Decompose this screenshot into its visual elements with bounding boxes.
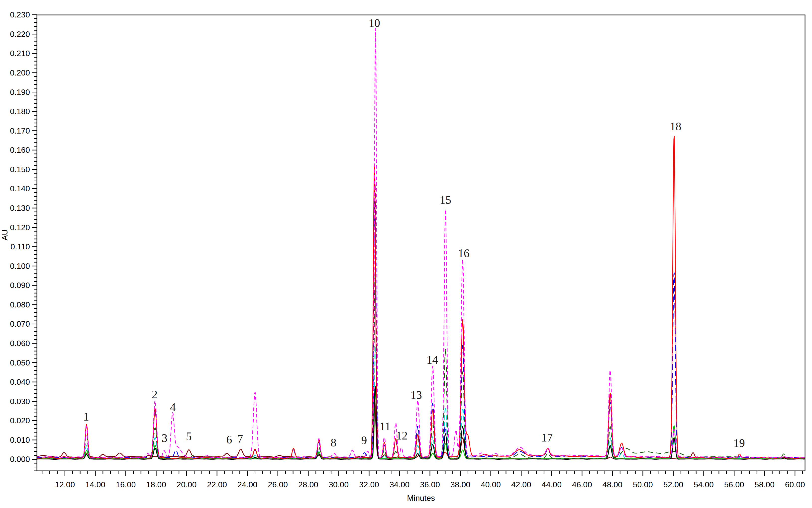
y-tick-label: 0.170 — [10, 126, 30, 135]
y-tick-label: 0.110 — [10, 242, 30, 251]
x-tick-label: 26.00 — [268, 480, 288, 489]
peak-label-10: 10 — [369, 17, 380, 30]
peak-label-5: 5 — [186, 430, 192, 443]
x-tick-label: 48.00 — [603, 480, 622, 489]
y-axis-title: AU — [0, 229, 9, 241]
y-tick-label: 0.210 — [10, 49, 30, 58]
y-tick-label: 0.090 — [10, 281, 30, 290]
y-tick-label: 0.050 — [10, 358, 30, 367]
y-tick-label: 0.030 — [10, 397, 30, 406]
x-tick-label: 46.00 — [572, 480, 592, 489]
peak-number-labels: 12345678910111213141516171819 — [83, 17, 745, 450]
y-tick-label: 0.140 — [10, 184, 30, 193]
y-tick-label: 0.100 — [10, 262, 30, 270]
x-tick-label: 60.00 — [785, 480, 805, 489]
peak-label-14: 14 — [426, 353, 438, 366]
x-tick-label: 56.00 — [724, 480, 744, 489]
x-tick-label: 36.00 — [420, 480, 440, 489]
y-tick-label: 0.000 — [10, 455, 30, 464]
y-tick-label: 0.020 — [10, 416, 30, 425]
peak-label-16: 16 — [458, 247, 469, 260]
axis-ticks: 12.0014.0016.0018.0020.0022.0024.0026.00… — [10, 10, 805, 489]
peak-label-15: 15 — [440, 194, 451, 206]
x-tick-label: 32.00 — [359, 480, 379, 489]
x-tick-label: 50.00 — [633, 480, 653, 489]
peak-label-18: 18 — [670, 120, 681, 133]
x-tick-label: 58.00 — [755, 480, 775, 489]
y-tick-label: 0.010 — [10, 435, 30, 444]
trace-dark-green — [37, 272, 805, 459]
x-tick-label: 24.00 — [237, 480, 257, 489]
peak-label-19: 19 — [733, 437, 745, 450]
peak-label-8: 8 — [331, 436, 337, 449]
peak-label-9: 9 — [361, 434, 367, 447]
y-tick-label: 0.160 — [10, 145, 30, 155]
trace-blue — [37, 177, 805, 458]
peak-label-2: 2 — [152, 388, 158, 401]
y-tick-label: 0.220 — [10, 30, 30, 39]
peak-label-1: 1 — [83, 410, 89, 423]
peak-label-12: 12 — [396, 429, 408, 442]
y-tick-label: 0.070 — [10, 320, 30, 328]
peak-label-13: 13 — [411, 389, 422, 401]
x-axis-title: Minutes — [407, 494, 435, 503]
x-tick-label: 30.00 — [329, 480, 349, 489]
y-tick-label: 0.060 — [10, 339, 30, 348]
trace-red — [37, 136, 805, 458]
y-tick-label: 0.150 — [10, 165, 30, 174]
x-tick-label: 34.00 — [390, 480, 410, 489]
x-tick-label: 54.00 — [694, 480, 714, 489]
y-tick-label: 0.180 — [10, 107, 30, 116]
y-tick-label: 0.120 — [10, 223, 30, 232]
x-tick-label: 14.00 — [85, 480, 105, 489]
x-tick-label: 40.00 — [481, 480, 501, 489]
y-tick-label: 0.200 — [10, 68, 30, 77]
x-tick-label: 52.00 — [663, 480, 683, 489]
peak-label-7: 7 — [237, 433, 243, 446]
y-tick-label: 0.080 — [10, 300, 30, 309]
x-tick-label: 16.00 — [116, 480, 136, 489]
x-tick-label: 20.00 — [177, 480, 196, 489]
peak-label-6: 6 — [226, 433, 232, 446]
peak-label-3: 3 — [162, 432, 167, 444]
trace-cyan — [37, 347, 805, 459]
x-tick-label: 28.00 — [298, 480, 318, 489]
peak-label-11: 11 — [380, 420, 391, 433]
chromatogram-plot: 12.0014.0016.0018.0020.0022.0024.0026.00… — [0, 0, 812, 508]
x-tick-label: 42.00 — [511, 480, 531, 489]
x-tick-label: 12.00 — [55, 480, 75, 489]
plot-border — [37, 15, 805, 471]
y-tick-label: 0.230 — [10, 10, 30, 19]
peak-label-17: 17 — [541, 431, 553, 444]
x-tick-label: 44.00 — [542, 480, 562, 489]
chromatogram-figure: 12.0014.0016.0018.0020.0022.0024.0026.00… — [0, 0, 812, 508]
x-tick-label: 38.00 — [451, 480, 470, 489]
x-tick-label: 18.00 — [146, 480, 166, 489]
x-tick-label: 22.00 — [207, 480, 227, 489]
y-tick-label: 0.130 — [10, 204, 30, 213]
y-tick-label: 0.190 — [10, 88, 30, 97]
y-tick-label: 0.040 — [10, 377, 30, 386]
peak-label-4: 4 — [170, 401, 176, 414]
